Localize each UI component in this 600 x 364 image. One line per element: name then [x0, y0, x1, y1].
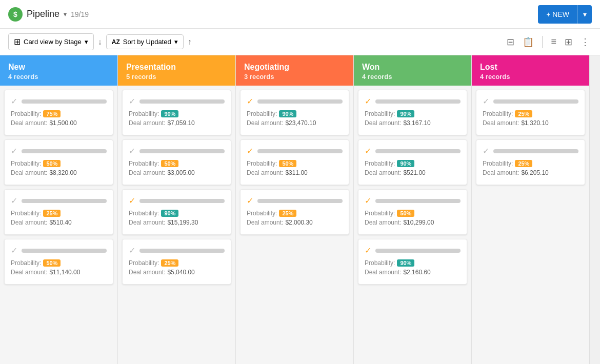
card[interactable]: ✓ Probability: 50% Deal amount: $11,140.… — [4, 239, 113, 285]
card-title-row: ✓ — [11, 196, 107, 206]
sort-button[interactable]: AZ Sort by Updated ▾ — [106, 34, 184, 49]
probability-label: Probability: — [129, 259, 159, 267]
card-title-row: ✓ — [129, 196, 225, 206]
card[interactable]: ✓ Probability: 90% Deal amount: $3,167.1… — [358, 90, 467, 135]
card[interactable]: ✓ Probability: 50% Deal amount: $10,299.… — [358, 189, 467, 235]
list-view-icon[interactable]: 📋 — [521, 34, 536, 50]
title-dropdown-icon[interactable]: ▾ — [64, 11, 67, 18]
deal-amount-value: $1,320.10 — [521, 119, 548, 127]
deal-amount-label: Deal amount: — [11, 269, 47, 276]
check-icon: ✓ — [365, 246, 371, 255]
column-count-presentation: 5 records — [126, 73, 227, 80]
deal-amount-value: $2,160.60 — [403, 269, 430, 276]
card[interactable]: ✓ Probability: 50% Deal amount: $311.00 — [240, 139, 349, 185]
deal-amount-value: $2,000.30 — [285, 219, 312, 226]
probability-label: Probability: — [365, 259, 395, 267]
card[interactable]: ✓ Probability: 90% Deal amount: $15,199.… — [122, 189, 231, 235]
card[interactable]: ✓ Probability: 90% Deal amount: $23,470.… — [240, 90, 349, 135]
column-body-new: ✓ Probability: 75% Deal amount: $1,500.0… — [0, 86, 117, 364]
column-negotiating: Negotiating 3 records ✓ Probability: 90%… — [236, 55, 354, 364]
probability-label: Probability: — [129, 210, 159, 217]
deal-amount-value: $3,167.10 — [403, 119, 430, 127]
card[interactable]: ✓ Probability: 90% Deal amount: $521.00 — [358, 139, 467, 185]
filter-icon[interactable]: ≡ — [549, 34, 558, 49]
card-name-bar — [257, 149, 343, 153]
card[interactable]: ✓ Probability: 50% Deal amount: $3,005.0… — [122, 139, 231, 185]
deal-amount-value: $15,199.30 — [167, 219, 198, 226]
deal-amount-value: $7,059.10 — [167, 119, 194, 127]
sort-label: Sort by Updated — [123, 38, 171, 46]
probability-badge: 50% — [161, 160, 178, 167]
more-options-icon[interactable]: ⋮ — [578, 34, 592, 50]
column-header-new: New 4 records — [0, 55, 117, 86]
new-button[interactable]: + NEW ▾ — [538, 5, 592, 24]
card-probability-field: Probability: 25% — [11, 210, 107, 217]
sort-az-icon: AZ — [112, 38, 120, 46]
column-title-negotiating: Negotiating — [244, 63, 345, 72]
probability-badge: 50% — [397, 210, 414, 217]
new-button-label[interactable]: + NEW — [538, 5, 577, 24]
card[interactable]: ✓ Probability: 90% Deal amount: $7,059.1… — [122, 90, 231, 135]
check-icon: ✓ — [11, 196, 17, 206]
deal-amount-label: Deal amount: — [483, 119, 519, 127]
view-button[interactable]: ⊞ Card view by Stage ▾ — [8, 33, 94, 50]
card-probability-field: Probability: 25% — [129, 259, 225, 267]
card-title-row: ✓ — [483, 146, 578, 156]
app-icon: $ — [8, 7, 23, 22]
probability-badge: 90% — [397, 259, 414, 267]
column-count-negotiating: 3 records — [244, 73, 345, 80]
column-title-lost: Lost — [480, 63, 581, 72]
check-icon: ✓ — [247, 196, 253, 206]
columns-icon[interactable]: ⊞ — [563, 34, 574, 50]
card-deal-field: Deal amount: $7,059.10 — [129, 119, 225, 127]
toolbar-right: ⊟ 📋 ≡ ⊞ ⋮ — [505, 34, 592, 50]
deal-amount-label: Deal amount: — [129, 269, 165, 276]
column-header-negotiating: Negotiating 3 records — [236, 55, 353, 86]
card[interactable]: ✓ Probability: 50% Deal amount: $8,320.0… — [4, 139, 113, 185]
card[interactable]: ✓ Probability: 25% Deal amount: $1,320.1… — [476, 90, 585, 135]
card-probability-field: Probability: 75% — [11, 110, 107, 117]
card-deal-field: Deal amount: $1,500.00 — [11, 119, 107, 127]
probability-label: Probability: — [11, 110, 41, 117]
card-deal-field: Deal amount: $23,470.10 — [247, 119, 343, 127]
deal-amount-label: Deal amount: — [365, 119, 401, 127]
probability-badge: 25% — [515, 160, 532, 167]
check-icon: ✓ — [129, 146, 135, 156]
check-icon: ✓ — [129, 196, 135, 206]
column-title-presentation: Presentation — [126, 63, 227, 72]
card-view-icon[interactable]: ⊟ — [505, 34, 516, 50]
probability-badge: 75% — [43, 110, 61, 117]
check-icon: ✓ — [365, 196, 371, 206]
column-new: New 4 records ✓ Probability: 75% Deal am… — [0, 55, 118, 364]
card-title-row: ✓ — [247, 96, 343, 106]
column-title-new: New — [8, 63, 109, 72]
card[interactable]: ✓ Probability: 25% Deal amount: $510.40 — [4, 189, 113, 235]
sort-down-button[interactable]: ↓ — [98, 37, 102, 47]
card-name-bar — [493, 99, 578, 104]
card[interactable]: ✓ Probability: 25% Deal amount: $5,040.0… — [122, 239, 231, 285]
card-name-bar — [22, 249, 107, 253]
card[interactable]: ✓ Probability: 90% Deal amount: $2,160.6… — [358, 239, 467, 285]
check-icon: ✓ — [483, 146, 489, 156]
card[interactable]: ✓ Probability: 25% Deal amount: $2,000.3… — [240, 189, 349, 235]
card-deal-field: Deal amount: $2,000.30 — [247, 219, 343, 226]
card-probability-field: Probability: 50% — [11, 160, 107, 167]
card[interactable]: ✓ Probability: 75% Deal amount: $1,500.0… — [4, 90, 113, 135]
column-won: Won 4 records ✓ Probability: 90% Deal am… — [354, 55, 472, 364]
deal-amount-value: $311.00 — [285, 169, 307, 176]
card-name-bar — [375, 99, 461, 104]
card-probability-field: Probability: 25% — [483, 160, 578, 167]
header: $ Pipeline ▾ 19/19 + NEW ▾ — [0, 0, 600, 29]
card-name-bar — [257, 99, 343, 104]
sort-up-button[interactable]: ↑ — [188, 37, 192, 47]
record-count: 19/19 — [71, 10, 89, 18]
deal-amount-label: Deal amount: — [129, 119, 165, 127]
column-title-won: Won — [362, 63, 463, 72]
toolbar-left: ⊞ Card view by Stage ▾ ↓ AZ Sort by Upda… — [8, 33, 192, 50]
card-name-bar — [139, 149, 225, 153]
deal-amount-label: Deal amount: — [11, 169, 47, 176]
new-button-dropdown[interactable]: ▾ — [577, 5, 592, 24]
card[interactable]: ✓ Probability: 25% Deal amount: $6,205.1… — [476, 139, 585, 185]
deal-amount-value: $11,140.00 — [49, 269, 80, 276]
view-dropdown-icon: ▾ — [85, 38, 88, 46]
